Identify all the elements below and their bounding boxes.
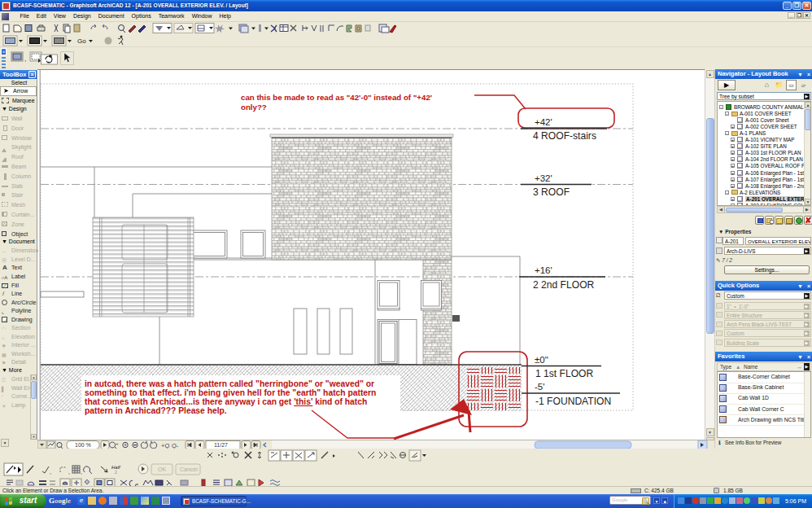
svg-text:2: 2 xyxy=(115,470,117,475)
svg-text:1 1st FLOOR: 1 1st FLOOR xyxy=(535,368,594,379)
svg-text:,: , xyxy=(81,469,82,475)
svg-text:,: , xyxy=(24,55,26,63)
svg-text:2 2nd FLOOR: 2 2nd FLOOR xyxy=(533,279,595,291)
svg-text:11/27: 11/27 xyxy=(214,442,228,448)
svg-text:in autcad, there was a hatch p: in autcad, there was a hatch pattern cal… xyxy=(85,379,374,388)
svg-text:-5': -5' xyxy=(535,382,544,392)
svg-text:Cancel: Cancel xyxy=(180,466,198,472)
svg-text:pattern in Archicad??? Please: pattern in Archicad??? Please help. xyxy=(85,406,227,415)
svg-text:+42': +42' xyxy=(535,117,552,127)
svg-text:that comes with Archicad...is: that comes with Archicad...is there anyw… xyxy=(85,397,367,406)
svg-text:100 %: 100 % xyxy=(75,442,91,448)
svg-text:-1 FOUNDATION: -1 FOUNDATION xyxy=(535,396,611,407)
svg-text:+32': +32' xyxy=(535,173,552,183)
svg-text:can this be made to read as "4: can this be made to read as "42'-0" inst… xyxy=(241,93,432,102)
svg-text:,: , xyxy=(50,469,51,475)
svg-text:OK: OK xyxy=(158,466,166,472)
svg-text:+16': +16' xyxy=(535,265,552,275)
svg-text:,: , xyxy=(68,469,70,475)
svg-text:+: + xyxy=(124,442,127,448)
svg-text:4 ROOF-stairs: 4 ROOF-stairs xyxy=(533,130,596,142)
svg-text:+: + xyxy=(116,441,119,446)
svg-text:3 ROOF: 3 ROOF xyxy=(533,186,570,198)
svg-text:something to that effect. i'm: something to that effect. i'm being give… xyxy=(85,388,376,397)
svg-text:±0": ±0" xyxy=(535,355,548,365)
svg-text:Go: Go xyxy=(77,37,86,45)
svg-text:only??: only?? xyxy=(241,103,267,112)
